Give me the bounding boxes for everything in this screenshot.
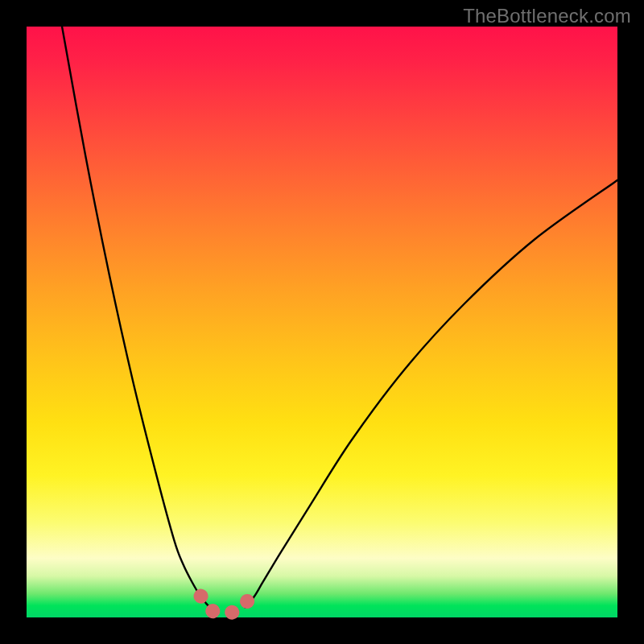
- bottom-marker-line: [201, 587, 255, 613]
- plot-area: [27, 27, 617, 617]
- curve-layer: [27, 27, 617, 617]
- right-branch-line: [246, 180, 617, 608]
- left-branch-line: [62, 27, 210, 608]
- chart-frame: TheBottleneck.com: [0, 0, 644, 644]
- watermark-text: TheBottleneck.com: [463, 5, 631, 27]
